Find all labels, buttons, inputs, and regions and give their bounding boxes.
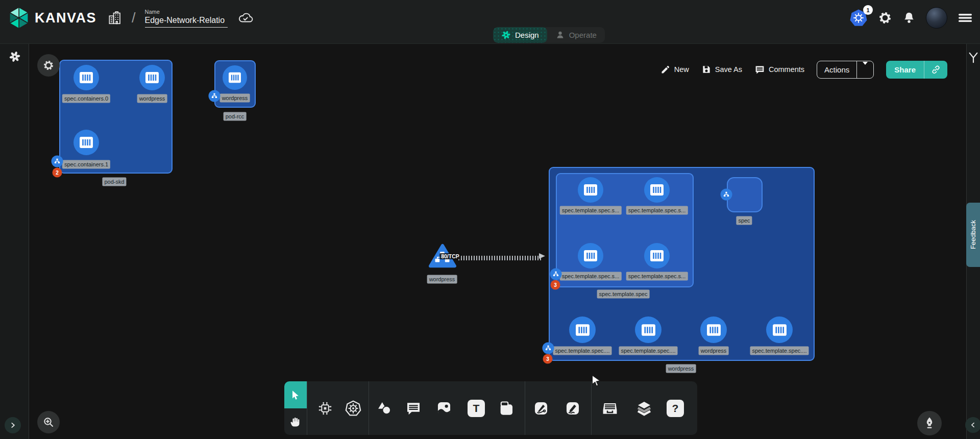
settings-gear-icon[interactable] xyxy=(878,11,892,25)
link-icon xyxy=(931,65,941,75)
container-node[interactable] xyxy=(766,316,793,343)
container-node[interactable] xyxy=(74,130,99,155)
node-label: wordpress xyxy=(427,275,457,284)
avatar[interactable] xyxy=(926,7,947,29)
network-relationship-badge[interactable] xyxy=(209,90,220,102)
actions-dropdown-button[interactable]: Actions xyxy=(817,61,874,79)
actions-caret-button[interactable] xyxy=(857,65,873,74)
shapes-icon xyxy=(376,400,393,417)
container-node[interactable] xyxy=(644,243,670,269)
tab-operate[interactable]: Operate xyxy=(547,27,605,43)
kubernetes-context-icon[interactable]: 1 xyxy=(849,9,868,27)
feedback-tab[interactable]: Feedback xyxy=(966,203,980,267)
help-button[interactable]: ? xyxy=(664,397,687,420)
save-as-label: Save As xyxy=(715,65,742,74)
edge-port-label: 80/TCP xyxy=(439,253,461,259)
text-tool-button[interactable]: T xyxy=(465,397,487,420)
node-label: wordpress xyxy=(137,94,167,103)
design-name-label: Name xyxy=(145,9,228,15)
kanvas-logo-icon[interactable] xyxy=(8,6,30,30)
design-name-input[interactable]: Edge-Network-Relatio xyxy=(145,16,228,28)
error-count-badge[interactable]: 3 xyxy=(543,354,553,364)
node-label: spec.template.spec.... xyxy=(750,347,809,355)
layer5-y-icon[interactable] xyxy=(968,51,979,64)
pencil-draw-icon xyxy=(564,400,581,417)
meshery-spiral-icon[interactable] xyxy=(9,51,21,63)
node-spec[interactable] xyxy=(727,177,763,212)
container-node[interactable] xyxy=(578,177,603,203)
left-sidebar xyxy=(0,44,29,439)
shapes-tool-button[interactable] xyxy=(373,397,396,420)
mode-tabs: Design Operate xyxy=(493,27,605,43)
toolbar-divider xyxy=(525,381,525,435)
error-count-badge[interactable]: 2 xyxy=(53,168,62,178)
copy-link-button[interactable] xyxy=(924,65,947,75)
container-node[interactable] xyxy=(74,65,99,90)
design-name-field[interactable]: Name Edge-Network-Relatio xyxy=(145,9,228,28)
container-node[interactable] xyxy=(578,243,603,269)
save-status-cloud-icon xyxy=(237,10,254,26)
container-icon xyxy=(79,71,94,84)
design-spiral-icon xyxy=(501,30,511,40)
select-tool-button[interactable] xyxy=(284,381,307,408)
hand-pan-icon xyxy=(289,416,302,428)
container-icon xyxy=(641,323,656,337)
pen-tool-button[interactable] xyxy=(530,397,552,420)
organization-icon[interactable] xyxy=(107,10,122,26)
magnifier-plus-icon xyxy=(42,416,55,428)
chevron-right-icon xyxy=(9,422,16,429)
expand-left-panel-button[interactable] xyxy=(5,417,21,433)
chevron-left-icon xyxy=(970,422,976,428)
container-node[interactable] xyxy=(635,316,662,343)
breadcrumb-slash: / xyxy=(132,10,136,26)
new-button[interactable]: New xyxy=(660,64,689,75)
pan-tool-button[interactable] xyxy=(284,408,307,435)
gear-icon xyxy=(42,59,55,71)
node-label: spec.template.spec.s... xyxy=(560,206,622,215)
zoom-button[interactable] xyxy=(37,411,60,433)
error-count-badge[interactable]: 3 xyxy=(551,280,560,290)
component-library-button[interactable] xyxy=(314,397,336,420)
caret-down-icon xyxy=(863,62,868,74)
lan-icon xyxy=(723,191,730,198)
design-action-bar: New Save As Comments Actions Share xyxy=(660,60,947,79)
container-node[interactable] xyxy=(139,65,165,90)
notifications-bell-icon[interactable] xyxy=(902,11,916,25)
node-label: spec.template.spec.... xyxy=(553,347,612,355)
cursor-arrow-icon xyxy=(290,389,301,401)
network-relationship-badge[interactable] xyxy=(52,156,63,167)
container-node[interactable] xyxy=(569,316,596,343)
container-icon xyxy=(772,323,788,337)
node-label: wordpress xyxy=(220,94,250,103)
comment-tool-button[interactable] xyxy=(402,397,425,420)
kubernetes-components-button[interactable] xyxy=(342,397,364,420)
relationship-badge[interactable] xyxy=(543,343,554,354)
container-node[interactable] xyxy=(700,316,727,343)
tab-design[interactable]: Design xyxy=(493,27,547,43)
node-label: spec.template.spec.... xyxy=(619,347,678,355)
canvas-settings-button[interactable] xyxy=(37,54,60,77)
node-label: wordpress xyxy=(699,347,729,355)
help-icon: ? xyxy=(667,400,684,417)
menu-hamburger-icon[interactable] xyxy=(958,12,973,24)
toolbar-divider xyxy=(591,381,592,435)
container-node[interactable] xyxy=(644,177,670,203)
note-tool-button[interactable] xyxy=(495,397,518,420)
edge-service-to-deployment[interactable] xyxy=(458,256,541,260)
canvas-toolbar: T xyxy=(284,381,697,435)
freehand-draw-button[interactable] xyxy=(561,397,584,420)
share-button[interactable]: Share xyxy=(886,61,947,79)
network-relationship-badge[interactable] xyxy=(550,269,562,280)
drawer-archive-button[interactable] xyxy=(599,397,621,420)
layers-panel-button[interactable] xyxy=(633,397,655,420)
network-relationship-badge[interactable] xyxy=(721,189,732,201)
save-as-button[interactable]: Save As xyxy=(701,64,742,75)
group-spec-template-spec[interactable] xyxy=(556,173,694,287)
comments-button[interactable]: Comments xyxy=(754,64,804,75)
collapse-right-panel-button[interactable] xyxy=(965,417,980,433)
container-icon xyxy=(79,136,94,149)
container-node[interactable] xyxy=(223,65,247,90)
design-tools-button[interactable] xyxy=(917,411,942,435)
image-tool-button[interactable] xyxy=(433,397,455,420)
logo-text[interactable]: KANVAS xyxy=(35,10,96,26)
